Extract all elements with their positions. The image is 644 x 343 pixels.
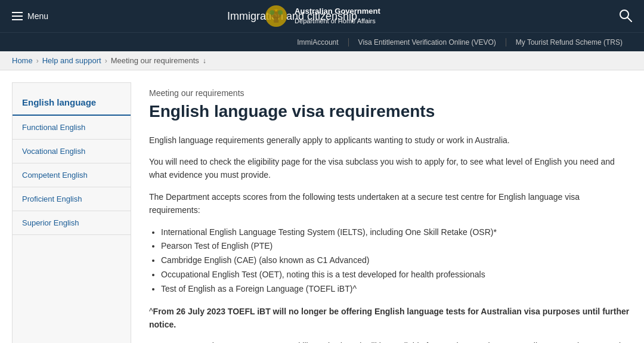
logo-area: Australian Government Department of Home…	[264, 4, 380, 29]
intro-paragraph-1: English language requirements generally …	[149, 134, 632, 147]
sidebar-item-vocational-english[interactable]: Vocational English	[13, 140, 131, 163]
svg-line-7	[627, 17, 631, 21]
sidebar-item-superior-english[interactable]: Superior English	[13, 211, 131, 235]
menu-button[interactable]: Menu	[12, 11, 48, 21]
vevo-link[interactable]: Visa Entitlement Verification Online (VE…	[349, 38, 506, 47]
main-content: Meeting our requirements English languag…	[149, 82, 632, 343]
sidebar-title: English language	[13, 92, 131, 116]
sidebar-item-functional-english[interactable]: Functional English	[13, 116, 131, 140]
notice-toefl: ^From 26 July 2023 TOEFL iBT will no lon…	[149, 305, 632, 332]
breadcrumb-home[interactable]: Home	[12, 56, 33, 65]
breadcrumb-sep-2: ›	[105, 57, 107, 65]
sidebar-item-proficient-english[interactable]: Proficient English	[13, 187, 131, 211]
immiaccount-link[interactable]: ImmiAccount	[287, 38, 348, 47]
breadcrumb-sep-1: ›	[36, 57, 39, 65]
top-navigation: Menu Australian Government Department of…	[0, 0, 644, 32]
intro-paragraph-2: You will need to check the eligibility p…	[149, 155, 632, 182]
intro-paragraph-3: The Department accepts scores from the f…	[149, 190, 632, 217]
menu-label: Menu	[27, 11, 48, 21]
logo-line1: Australian Government	[295, 6, 380, 17]
logo-line2: Department of Home Affairs	[295, 17, 380, 26]
secondary-navigation: ImmiAccount Visa Entitlement Verificatio…	[0, 32, 644, 51]
sidebar: English language Functional English Voca…	[12, 82, 131, 343]
svg-point-2	[270, 10, 274, 15]
list-item-oet: Occupational English Test (OET), noting …	[161, 268, 632, 282]
trs-link[interactable]: My Tourist Refund Scheme (TRS)	[506, 38, 632, 47]
list-item-toefl: Test of English as a Foreign Language (T…	[161, 282, 632, 296]
sidebar-item-competent-english[interactable]: Competent English	[13, 163, 131, 187]
page-title: English language visa requirements	[149, 101, 632, 122]
search-icon	[619, 9, 632, 22]
notice-osr: *From 14 December 2022, IELTS One Skill …	[149, 339, 632, 343]
notice-toefl-prefix: ^	[149, 307, 153, 316]
breadcrumb-current: Meeting our requirements	[111, 56, 199, 65]
list-item-pte: Pearson Test of English (PTE)	[161, 239, 632, 254]
breadcrumb-help[interactable]: Help and support	[42, 56, 101, 65]
hamburger-icon	[12, 12, 23, 20]
svg-point-3	[278, 10, 283, 15]
svg-rect-4	[274, 17, 278, 23]
list-item-ielts: International English Language Testing S…	[161, 225, 632, 240]
section-label: Meeting our requirements	[149, 88, 632, 98]
main-layout: English language Functional English Voca…	[0, 70, 644, 343]
search-button[interactable]	[619, 9, 632, 24]
notice-toefl-bold: From 26 July 2023 TOEFL iBT will no long…	[149, 307, 629, 329]
logo-text: Australian Government Department of Home…	[295, 6, 380, 26]
coat-of-arms-icon	[264, 4, 289, 29]
breadcrumb-current-arrow: ↓	[203, 57, 206, 65]
breadcrumb: Home › Help and support › Meeting our re…	[0, 51, 644, 70]
test-list: International English Language Testing S…	[161, 225, 632, 296]
list-item-cae: Cambridge English (CAE) (also known as C…	[161, 254, 632, 268]
